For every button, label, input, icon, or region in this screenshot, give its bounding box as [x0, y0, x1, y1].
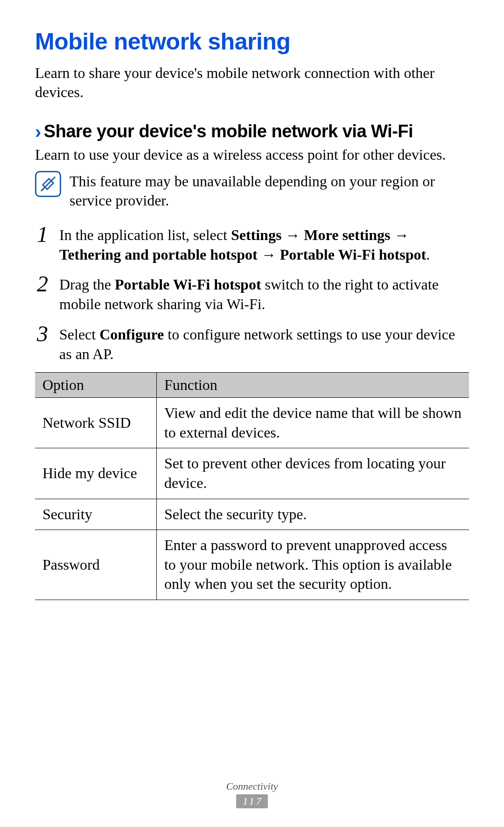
table-row: Network SSID View and edit the device na…: [35, 398, 469, 448]
step-body: In the application list, select Settings…: [59, 223, 469, 264]
note-callout: This feature may be unavailable dependin…: [35, 171, 469, 210]
section-heading-text: Share your device's mobile network via W…: [44, 121, 413, 141]
step-body: Select Configure to configure network se…: [59, 323, 469, 364]
section-heading: ›Share your device's mobile network via …: [35, 121, 469, 142]
cell-option: Security: [35, 499, 156, 530]
note-icon: [35, 171, 61, 197]
table-row: Password Enter a password to prevent una…: [35, 530, 469, 600]
section-intro: Learn to use your device as a wireless a…: [35, 145, 469, 164]
header-option: Option: [35, 373, 156, 398]
cell-function: Select the security type.: [156, 499, 469, 530]
chevron-right-icon: ›: [35, 121, 41, 142]
step-text-pre: Drag the: [59, 276, 115, 293]
step-text-bold: Configure: [99, 326, 164, 343]
document-page: Mobile network sharing Learn to share yo…: [0, 0, 504, 827]
step-2: 2 Drag the Portable Wi-Fi hotspot switch…: [35, 273, 469, 314]
cell-function: View and edit the device name that will …: [156, 398, 469, 448]
step-body: Drag the Portable Wi-Fi hotspot switch t…: [59, 273, 469, 314]
cell-function: Enter a password to prevent unapproved a…: [156, 530, 469, 600]
table-header-row: Option Function: [35, 373, 469, 398]
step-1: 1 In the application list, select Settin…: [35, 223, 469, 264]
note-text: This feature may be unavailable dependin…: [70, 171, 469, 210]
step-text-post: .: [426, 246, 430, 263]
step-text-pre: In the application list, select: [59, 226, 231, 243]
step-number: 1: [35, 223, 50, 246]
table-row: Security Select the security type.: [35, 499, 469, 530]
table-row: Hide my device Set to prevent other devi…: [35, 448, 469, 499]
page-footer: Connectivity 117: [0, 780, 504, 808]
step-number: 3: [35, 323, 50, 345]
cell-option: Network SSID: [35, 398, 156, 448]
page-number: 117: [236, 794, 267, 808]
cell-option: Hide my device: [35, 448, 156, 499]
step-3: 3 Select Configure to configure network …: [35, 323, 469, 364]
step-text-bold: Portable Wi-Fi hotspot: [115, 276, 261, 293]
cell-function: Set to prevent other devices from locati…: [156, 448, 469, 499]
page-title: Mobile network sharing: [35, 28, 469, 55]
cell-option: Password: [35, 530, 156, 600]
options-table: Option Function Network SSID View and ed…: [35, 372, 469, 600]
step-text-pre: Select: [59, 326, 99, 343]
step-number: 2: [35, 273, 50, 295]
footer-section-label: Connectivity: [0, 780, 504, 792]
intro-paragraph: Learn to share your device's mobile netw…: [35, 64, 469, 102]
header-function: Function: [156, 373, 469, 398]
